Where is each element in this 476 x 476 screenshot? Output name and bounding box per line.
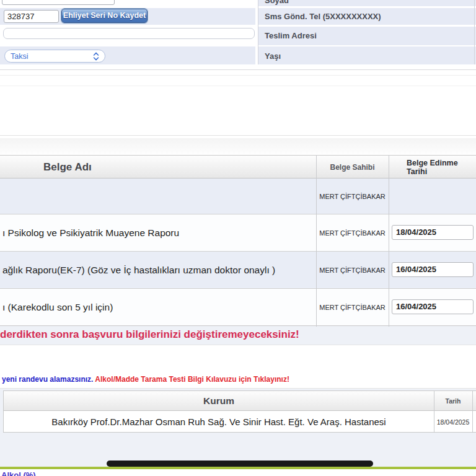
column-header-tarih: Tarih xyxy=(434,391,472,410)
panel-divider xyxy=(0,135,476,136)
panel-divider xyxy=(0,75,476,76)
age-label: Yaşı xyxy=(265,51,281,61)
column-border xyxy=(472,391,473,432)
form-column-divider xyxy=(258,0,258,64)
application-screen: Ehliyet Seri No Kaydet Taksi Soyad Sms G… xyxy=(0,0,476,476)
document-name xyxy=(2,178,312,214)
document-name: ı (Karekodlu son 5 yıl için) xyxy=(2,289,312,325)
footer-clipped-link[interactable]: Alkol (%) xyxy=(1,470,36,476)
footer-strip xyxy=(0,469,476,476)
document-date-input[interactable] xyxy=(392,299,474,314)
panel-divider xyxy=(0,69,476,70)
document-owner: MERT ÇİFTÇİBAKAR xyxy=(316,289,389,325)
document-owner: MERT ÇİFTÇİBAKAR xyxy=(316,214,389,251)
vehicle-type-select-value: Taksi xyxy=(11,52,28,61)
table-row: ağlık Raporu(EK-7) (Göz ve İç hastalıkla… xyxy=(0,252,476,289)
notice-line: yeni randevu alamazsınız. Alkol/Madde Ta… xyxy=(2,375,289,384)
appointments-table-header: Kurum Tarih xyxy=(4,391,476,411)
column-border xyxy=(316,155,317,327)
appointment-date: 18/04/2025 xyxy=(434,411,472,433)
surname-label: Soyad xyxy=(265,0,289,5)
column-header-belge-adi: Belge Adı xyxy=(43,156,92,178)
table-row: ı (Karekodlu son 5 yıl için) MERT ÇİFTÇİ… xyxy=(0,289,476,326)
horizontal-scrollbar-thumb[interactable] xyxy=(107,461,373,467)
save-license-serial-button[interactable]: Ehliyet Seri No Kaydet xyxy=(61,9,148,23)
table-row: Bakırköy Prof.Dr.Mazhar Osman Ruh Sağ. V… xyxy=(4,411,476,433)
column-border xyxy=(389,155,389,327)
panel-divider xyxy=(0,86,476,86)
alcohol-test-guide-link[interactable]: Alkol/Madde Tarama Testi Bilgi Kılavuzu … xyxy=(95,375,289,384)
label-row-age xyxy=(258,46,476,64)
notice-blue-text: yeni randevu alamazsınız. xyxy=(2,375,93,384)
appointments-table: Kurum Tarih Bakırköy Prof.Dr.Mazhar Osma… xyxy=(3,390,476,433)
vehicle-type-select[interactable]: Taksi xyxy=(4,50,105,63)
documents-table-header: Belge Adı Belge Sahibi Belge Edinme Tari… xyxy=(0,155,476,178)
document-date-input[interactable] xyxy=(392,225,474,240)
column-header-belge-edinme-tarihi: Belge Edinme Tarihi xyxy=(407,156,476,178)
table-row: ı Psikolog ve Psikiyatrik Muayene Raporu… xyxy=(0,214,476,252)
column-header-kurum: Kurum xyxy=(4,391,434,410)
column-header-belge-sahibi: Belge Sahibi xyxy=(316,156,389,178)
label-row-surname xyxy=(258,0,476,6)
delivery-address-label: Teslim Adresi xyxy=(265,31,317,40)
sms-phone-label: Sms Gönd. Tel (5XXXXXXXXX) xyxy=(265,12,381,21)
license-serial-input[interactable] xyxy=(4,10,59,23)
document-name: ı Psikolog ve Psikiyatrik Muayene Raporu xyxy=(2,214,312,251)
document-owner: MERT ÇİFTÇİBAKAR xyxy=(316,252,389,288)
document-date-input[interactable] xyxy=(392,262,474,277)
document-owner: MERT ÇİFTÇİBAKAR xyxy=(316,178,389,214)
warning-text: derdikten sonra başvuru bilgilerinizi de… xyxy=(0,328,299,341)
select-chevron-icon xyxy=(93,52,99,61)
name-input[interactable] xyxy=(2,0,115,5)
panel-band xyxy=(0,138,476,154)
documents-table: Belge Adı Belge Sahibi Belge Edinme Tari… xyxy=(0,155,476,327)
document-name: ağlık Raporu(EK-7) (Göz ve İç hastalıkla… xyxy=(2,252,312,288)
address-input[interactable] xyxy=(3,28,255,39)
institution-name: Bakırköy Prof.Dr.Mazhar Osman Ruh Sağ. V… xyxy=(4,411,434,433)
column-border xyxy=(434,391,434,432)
right-edge-divider xyxy=(474,0,475,64)
table-row: MERT ÇİFTÇİBAKAR xyxy=(0,178,476,214)
